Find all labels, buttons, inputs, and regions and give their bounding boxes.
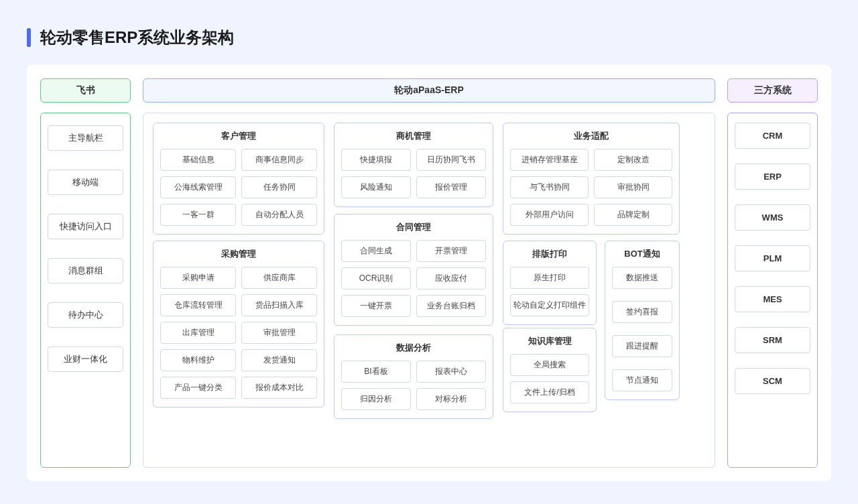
- module-item: 文件上传/归档: [510, 381, 589, 403]
- module-item: 发货通知: [241, 349, 317, 371]
- module-item: 物料维护: [160, 349, 236, 371]
- thirdparty-item: SCM: [735, 368, 810, 394]
- module-item: 货品扫描入库: [241, 294, 317, 316]
- module-item: 日历协同飞书: [416, 149, 486, 171]
- feishu-item: 快捷访问入口: [48, 214, 123, 239]
- module-item: 全局搜索: [510, 354, 589, 376]
- module-item: 跟进提醒: [612, 335, 672, 357]
- module-item: 报价成本对比: [241, 377, 317, 399]
- module-item: 报表中心: [416, 361, 486, 383]
- module-title: 业务适配: [510, 130, 672, 142]
- module-item: BI看板: [341, 361, 411, 383]
- module-item: 产品一键分类: [160, 377, 236, 399]
- module-bot: BOT通知 数据推送 签约喜报 跟进提醒 节点通知: [605, 241, 680, 400]
- thirdparty-body: CRM ERP WMS PLM MES SRM SCM: [727, 113, 818, 468]
- module-item: 原生打印: [510, 267, 589, 289]
- module-customer: 客户管理 基础信息 商事信息同步 公海线索管理 任务协同 一客一群 自动分配人员: [153, 123, 324, 235]
- page-title-row: 轮动零售ERP系统业务架构: [27, 27, 831, 48]
- feishu-item: 待办中心: [48, 302, 123, 328]
- thirdparty-item: ERP: [735, 164, 810, 190]
- module-item: 数据推送: [612, 267, 672, 289]
- module-item: 自动分配人员: [241, 204, 317, 226]
- module-item: 供应商库: [241, 267, 317, 289]
- thirdparty-item: SRM: [735, 327, 810, 353]
- module-item: 公海线索管理: [160, 176, 236, 198]
- thirdparty-header: 三方系统: [727, 78, 818, 103]
- module-knowledge: 知识库管理 全局搜索 文件上传/归档: [503, 328, 597, 412]
- module-title: 采购管理: [160, 248, 317, 260]
- module-item: 审批管理: [241, 322, 317, 344]
- module-item: 风险通知: [341, 176, 411, 198]
- feishu-body: 主导航栏 移动端 快捷访问入口 消息群组 待办中心 业财一体化: [40, 113, 131, 468]
- module-print: 排版打印 原生打印 轮动自定义打印组件: [503, 241, 597, 325]
- module-item: 轮动自定义打印组件: [510, 294, 589, 316]
- module-item: 一客一群: [160, 204, 236, 226]
- feishu-item: 消息群组: [48, 258, 123, 284]
- module-title: 数据分析: [341, 342, 486, 354]
- module-item: 基础信息: [160, 149, 236, 171]
- module-title: 合同管理: [341, 221, 486, 233]
- module-item: 审批协同: [594, 176, 672, 198]
- module-item: 外部用户访问: [510, 204, 589, 226]
- feishu-item: 移动端: [48, 170, 123, 195]
- module-item: 归因分析: [341, 388, 411, 410]
- module-item: 节点通知: [612, 369, 672, 391]
- module-item: 快捷填报: [341, 149, 411, 171]
- column-thirdparty: 三方系统 CRM ERP WMS PLM MES SRM SCM: [727, 78, 818, 468]
- module-item: 对标分析: [416, 388, 486, 410]
- module-item: 仓库流转管理: [160, 294, 236, 316]
- module-title: 排版打印: [510, 248, 589, 260]
- module-item: 进销存管理基座: [510, 149, 589, 171]
- feishu-header: 飞书: [40, 78, 131, 103]
- module-item: 应收应付: [416, 267, 486, 290]
- module-purchase: 采购管理 采购申请 供应商库 仓库流转管理 货品扫描入库 出库管理 审批管理 物…: [153, 241, 324, 407]
- diagram-canvas: 飞书 主导航栏 移动端 快捷访问入口 消息群组 待办中心 业财一体化 轮动aPa…: [27, 65, 831, 481]
- thirdparty-item: WMS: [735, 204, 810, 231]
- thirdparty-item: PLM: [735, 245, 810, 271]
- module-item: 签约喜报: [612, 301, 672, 323]
- module-item: 一键开票: [341, 295, 411, 317]
- title-accent-bar: [27, 28, 31, 47]
- module-item: 品牌定制: [594, 204, 672, 226]
- thirdparty-item: CRM: [735, 123, 810, 149]
- module-title: BOT通知: [612, 248, 672, 260]
- module-item: 商事信息同步: [241, 149, 317, 171]
- module-adapt: 业务适配 进销存管理基座 定制改造 与飞书协同 审批协同 外部用户访问 品牌定制: [503, 123, 680, 235]
- module-item: 业务台账归档: [416, 295, 486, 317]
- module-item: 采购申请: [160, 267, 236, 289]
- module-item: 出库管理: [160, 322, 236, 344]
- feishu-item: 主导航栏: [48, 125, 123, 151]
- module-item: 与飞书协同: [510, 176, 589, 198]
- column-erp: 轮动aPaaS-ERP 客户管理 基础信息 商事信息同步 公海线索管理 任务协同…: [143, 78, 715, 468]
- module-item: 定制改造: [594, 149, 672, 171]
- module-item: 合同生成: [341, 240, 411, 262]
- module-item: 开票管理: [416, 240, 486, 262]
- module-title: 商机管理: [341, 130, 486, 142]
- module-item: OCR识别: [341, 267, 411, 290]
- erp-header: 轮动aPaaS-ERP: [143, 78, 715, 103]
- feishu-item: 业财一体化: [48, 346, 123, 372]
- module-item: 报价管理: [416, 176, 486, 198]
- module-title: 客户管理: [160, 130, 317, 142]
- module-analysis: 数据分析 BI看板 报表中心 归因分析 对标分析: [334, 334, 493, 419]
- thirdparty-item: MES: [735, 286, 810, 312]
- module-item: 任务协同: [241, 176, 317, 198]
- erp-body: 客户管理 基础信息 商事信息同步 公海线索管理 任务协同 一客一群 自动分配人员…: [143, 113, 715, 468]
- module-opportunity: 商机管理 快捷填报 日历协同飞书 风险通知 报价管理: [334, 123, 493, 207]
- module-contract: 合同管理 合同生成 开票管理 OCR识别 应收应付 一键开票 业务台账归档: [334, 214, 493, 326]
- module-title: 知识库管理: [510, 335, 589, 347]
- page-title: 轮动零售ERP系统业务架构: [40, 27, 234, 48]
- column-feishu: 飞书 主导航栏 移动端 快捷访问入口 消息群组 待办中心 业财一体化: [40, 78, 131, 468]
